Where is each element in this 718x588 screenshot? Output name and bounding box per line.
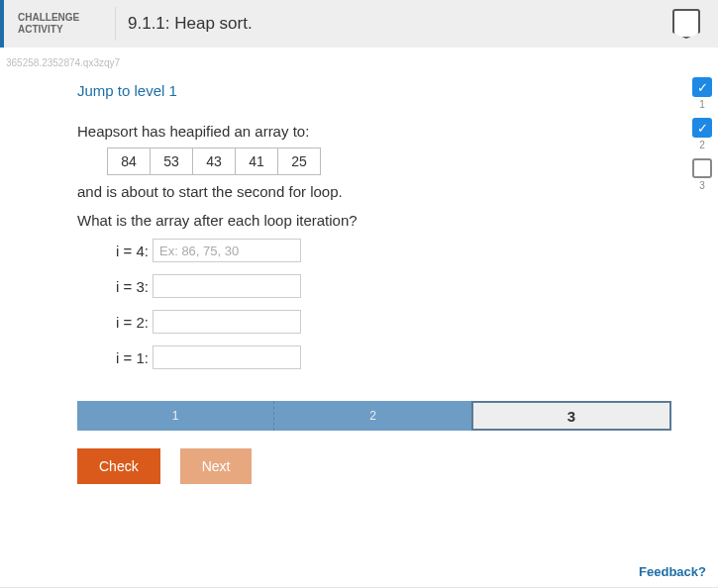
iteration-input-2[interactable] — [153, 310, 301, 334]
serial-code: 365258.2352874.qx3zqy7 — [0, 48, 718, 68]
level-num-3: 3 — [699, 180, 705, 191]
content-area: Jump to level 1 Heapsort has heapified a… — [0, 68, 671, 484]
jump-to-level-link[interactable]: Jump to level 1 — [77, 82, 671, 99]
input-label: i = 2: — [105, 314, 149, 331]
array-cell: 41 — [235, 147, 278, 175]
next-button[interactable]: Next — [180, 448, 253, 484]
input-label: i = 1: — [105, 349, 149, 366]
array-cell: 25 — [277, 147, 321, 175]
input-label: i = 3: — [105, 278, 149, 295]
level-box-3[interactable] — [692, 158, 712, 178]
level-box-2[interactable]: ✓ — [692, 118, 712, 138]
array-cell: 43 — [192, 147, 236, 175]
challenge-label: CHALLENGE ACTIVITY — [12, 12, 111, 36]
question-text: What is the array after each loop iterat… — [77, 212, 671, 229]
level-box-1[interactable]: ✓ — [692, 77, 712, 97]
input-row-i3: i = 3: — [105, 274, 671, 298]
button-row: Check Next — [77, 448, 671, 484]
array-cell: 53 — [150, 147, 193, 175]
activity-header: CHALLENGE ACTIVITY 9.1.1: Heap sort. — [0, 0, 718, 48]
iteration-input-1[interactable] — [153, 345, 301, 369]
intro-line1: Heapsort has heapified an array to: — [77, 123, 671, 140]
input-label: i = 4: — [105, 243, 149, 259]
input-row-i2: i = 2: — [105, 310, 671, 334]
check-button[interactable]: Check — [77, 448, 160, 484]
level-num-1: 1 — [699, 99, 705, 110]
progress-segment-3[interactable]: 3 — [471, 401, 671, 431]
level-num-2: 2 — [699, 140, 705, 150]
iteration-input-4[interactable] — [153, 239, 301, 262]
heap-array: 84 53 43 41 25 — [107, 147, 671, 175]
progress-bar: 1 2 3 — [77, 401, 671, 431]
header-divider — [115, 7, 116, 41]
level-sidebar: ✓ 1 ✓ 2 3 — [692, 77, 712, 197]
check-icon: ✓ — [697, 121, 708, 136]
feedback-link[interactable]: Feedback? — [639, 564, 706, 579]
array-cell: 84 — [107, 147, 151, 175]
input-row-i4: i = 4: — [105, 239, 671, 262]
progress-segment-1[interactable]: 1 — [77, 401, 274, 431]
iteration-inputs: i = 4: i = 3: i = 2: i = 1: — [105, 239, 671, 369]
activity-title: 9.1.1: Heap sort. — [120, 14, 253, 34]
pocket-icon[interactable] — [672, 9, 700, 39]
check-icon: ✓ — [697, 80, 708, 95]
iteration-input-3[interactable] — [153, 274, 301, 298]
intro-line2: and is about to start the second for loo… — [77, 183, 671, 200]
challenge-label-line2: ACTIVITY — [18, 24, 105, 36]
input-row-i1: i = 1: — [105, 345, 671, 369]
progress-segment-2[interactable]: 2 — [274, 401, 470, 431]
challenge-label-line1: CHALLENGE — [18, 12, 105, 24]
